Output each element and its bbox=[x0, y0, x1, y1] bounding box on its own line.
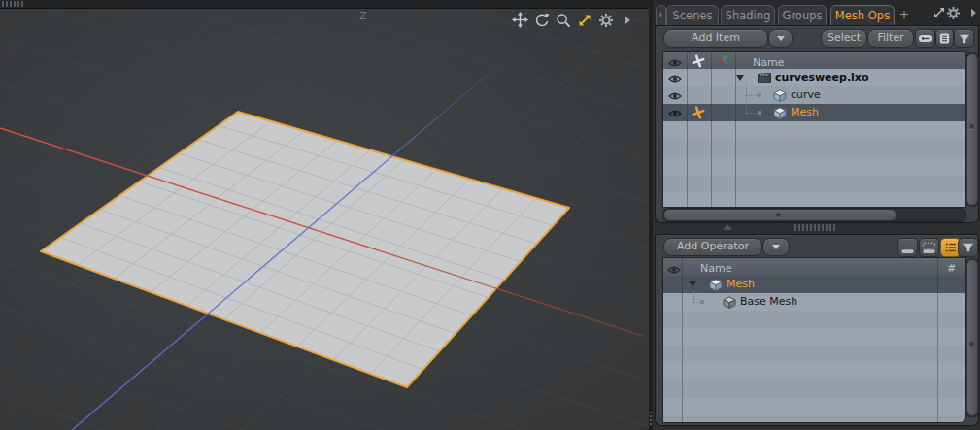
tab-shading[interactable]: Shading bbox=[721, 5, 775, 25]
item-label: curve bbox=[791, 88, 821, 101]
view-compact-button[interactable] bbox=[897, 238, 918, 257]
base-mesh-icon bbox=[723, 296, 736, 312]
tree-line bbox=[746, 113, 758, 114]
item-list-panel: Add Item Select Filter bbox=[655, 25, 979, 223]
ops-list-scrollbar[interactable] bbox=[965, 258, 979, 417]
tab-bar: Scenes Shading Groups Mesh Ops + bbox=[653, 0, 980, 26]
gear-icon[interactable] bbox=[597, 12, 614, 28]
more-arrow-icon[interactable] bbox=[619, 12, 635, 28]
column-divider bbox=[735, 52, 736, 207]
viewport-top-strip bbox=[0, 0, 649, 9]
thumbnail-view-icon bbox=[922, 242, 936, 254]
mesh-icon bbox=[773, 107, 787, 122]
tree-line bbox=[693, 291, 694, 303]
ops-list-header: Name # bbox=[663, 258, 965, 276]
disclosure-triangle[interactable] bbox=[689, 281, 696, 287]
zoom-icon[interactable] bbox=[555, 12, 571, 28]
ops-filter-funnel-button[interactable] bbox=[958, 238, 978, 257]
divider-grip[interactable] bbox=[794, 224, 837, 231]
tree-node-square bbox=[758, 111, 761, 115]
chevron-down-icon bbox=[777, 36, 785, 41]
list-options-button[interactable] bbox=[915, 29, 935, 48]
add-operator-button[interactable]: Add Operator bbox=[663, 238, 762, 256]
item-list: Name curvesweep.lxo bbox=[662, 51, 966, 208]
tree-line bbox=[746, 95, 758, 96]
slider-pill-icon bbox=[918, 33, 933, 44]
add-tab-button[interactable]: + bbox=[897, 6, 911, 23]
tab-scenes[interactable]: Scenes bbox=[666, 5, 719, 25]
tab-stub-dot bbox=[659, 13, 662, 17]
render-jack-icon[interactable] bbox=[692, 106, 705, 122]
filter-funnel-button[interactable] bbox=[954, 29, 974, 48]
eye-icon[interactable] bbox=[668, 74, 682, 86]
select-button[interactable]: Select bbox=[821, 29, 867, 48]
viewport-canvas[interactable] bbox=[0, 0, 649, 430]
viewport-grip-handle[interactable] bbox=[2, 1, 25, 7]
ops-row-base-mesh[interactable]: Base Mesh bbox=[663, 293, 965, 311]
tree-node-square bbox=[700, 300, 704, 304]
view-thumbnail-button[interactable] bbox=[919, 238, 939, 257]
tab-stub[interactable] bbox=[656, 5, 666, 25]
scene-icon bbox=[758, 72, 771, 86]
ops-row-mesh[interactable]: Mesh bbox=[663, 276, 965, 293]
tab-groups[interactable]: Groups bbox=[778, 5, 827, 25]
hscrollbar-thumb[interactable] bbox=[664, 210, 896, 220]
column-divider bbox=[937, 258, 938, 422]
tree-node-square bbox=[758, 93, 761, 97]
disclosure-triangle[interactable] bbox=[736, 75, 744, 81]
item-row-curvesweep[interactable]: curvesweep.lxo bbox=[663, 69, 965, 86]
mesh-ops-panel: Add Operator Name # bbox=[655, 234, 979, 426]
panel-more-arrow-icon[interactable] bbox=[970, 8, 980, 22]
tree-line bbox=[746, 84, 747, 113]
collapse-arrow-icon[interactable] bbox=[723, 224, 732, 230]
add-operator-dropdown[interactable] bbox=[762, 238, 790, 256]
scrollbar-thumb[interactable] bbox=[967, 54, 977, 205]
tab-mesh-ops[interactable]: Mesh Ops bbox=[830, 5, 895, 25]
column-divider bbox=[687, 52, 688, 207]
compact-view-icon bbox=[900, 242, 915, 254]
item-row-curve[interactable]: curve bbox=[663, 86, 965, 104]
item-list-hscrollbar[interactable] bbox=[662, 208, 966, 222]
list-style-button[interactable] bbox=[935, 29, 954, 48]
viewport-axis-label: -Z bbox=[355, 10, 367, 22]
eye-icon[interactable] bbox=[668, 109, 682, 121]
eye-icon[interactable] bbox=[668, 91, 682, 104]
op-label: Base Mesh bbox=[740, 295, 797, 308]
panel-divider[interactable] bbox=[653, 221, 980, 234]
scrollbar-thumb[interactable] bbox=[967, 260, 977, 415]
add-item-button[interactable]: Add Item bbox=[663, 29, 768, 48]
item-label: curvesweep.lxo bbox=[775, 71, 869, 83]
rotate-icon[interactable] bbox=[533, 12, 550, 28]
mesh-ops-list: Name # Mesh bbox=[662, 257, 966, 423]
scrollbar-grip-dot bbox=[969, 124, 974, 129]
chevron-down-icon bbox=[772, 245, 780, 249]
mesh-icon bbox=[773, 89, 787, 105]
item-list-scrollbar[interactable] bbox=[965, 52, 979, 207]
viewport-toolbar bbox=[512, 12, 635, 28]
funnel-icon bbox=[958, 33, 971, 45]
funnel-icon bbox=[962, 242, 975, 253]
right-panel: Scenes Shading Groups Mesh Ops + Add Ite… bbox=[653, 0, 980, 430]
scrollbar-grip-dot bbox=[969, 342, 974, 347]
maximize-icon[interactable] bbox=[576, 12, 592, 28]
item-label: Mesh bbox=[791, 106, 819, 118]
splitter-grip[interactable] bbox=[650, 412, 652, 427]
list-icon bbox=[938, 32, 951, 45]
column-divider bbox=[711, 52, 712, 207]
pan-icon[interactable] bbox=[512, 12, 528, 28]
mesh-icon bbox=[709, 279, 723, 294]
add-item-dropdown[interactable] bbox=[768, 29, 793, 48]
modo-window: -Z Scenes bbox=[0, 0, 980, 430]
scrollbar-grip-dot bbox=[776, 213, 781, 217]
item-list-header: Name bbox=[663, 52, 965, 69]
list-view-icon bbox=[944, 241, 958, 254]
op-label: Mesh bbox=[727, 278, 755, 290]
item-row-mesh[interactable]: Mesh bbox=[663, 104, 965, 121]
filter-button[interactable]: Filter bbox=[867, 29, 914, 48]
column-divider bbox=[682, 258, 683, 422]
3d-viewport[interactable]: -Z bbox=[0, 0, 649, 430]
gear-icon[interactable] bbox=[946, 6, 962, 20]
